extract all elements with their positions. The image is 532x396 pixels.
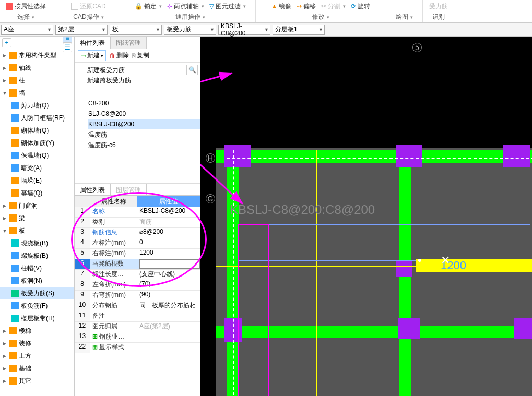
btn-offset[interactable]: ⇢偏移 [297,2,316,11]
prop-row[interactable]: 1名称KBSLJ-C8@200 [75,207,200,218]
folder-icon [9,365,17,372]
tree-axis[interactable]: ▸轴线 [0,62,74,74]
drawing-canvas[interactable]: 5 H G KBSLJ-C8@200:C8@200 1200 ✕ • [200,37,532,396]
search-icon[interactable]: 🔍 [186,65,198,75]
prop-row[interactable]: 8左弯折(mm)(70) [75,280,200,291]
list-item[interactable]: SLJ-C8@200 [88,109,200,119]
prop-row[interactable]: 2类别面筋 [75,218,200,228]
tree-curtain[interactable]: 幕墙(Q) [0,187,74,199]
slab-icon [11,239,19,247]
tree-slab[interactable]: ▾板 [0,224,74,237]
btn-mirror[interactable]: ▲镜像 [271,2,292,11]
tree-column[interactable]: ▸柱 [0,74,74,87]
prop-row[interactable]: 10分布钢筋同一板厚的分布筋相 [75,301,200,311]
offset-icon: ⇢ [297,3,302,10]
prop-edit-input[interactable] [139,259,200,269]
group-modify[interactable]: 修改 [312,11,329,22]
btn-lock[interactable]: 🔒锁定 [135,2,162,11]
prop-row[interactable]: 7标注长度…(支座中心线) [75,270,200,280]
col-prop-value: 属性值 [137,196,200,207]
tree-other[interactable]: ▸其它 [0,375,74,387]
group-general[interactable]: 通用操作 [175,11,205,22]
slab-icon [11,315,19,322]
wall-icon [11,189,19,197]
combo-building[interactable]: A座▼ [1,25,53,35]
list-item[interactable]: 温度筋 [88,129,200,140]
prop-row[interactable]: 9右弯折(mm)(90) [75,291,200,301]
combo-layer[interactable]: 分层板1▼ [273,25,325,35]
tree-hidden-beam[interactable]: 暗梁(A) [0,162,74,174]
tree-slabhole[interactable]: 板洞(N) [0,274,74,287]
btn-restore-cad[interactable]: 还原CAD [71,2,105,11]
combo-category[interactable]: 板▼ [110,25,162,35]
filter-icon: ▽ [209,3,214,10]
tree-decor[interactable]: ▸装修 [0,337,74,350]
prop-row[interactable]: 12图元归属A座(第2层) [75,322,200,332]
tab-layers[interactable]: 图层管理 [111,184,147,195]
tree-earth[interactable]: ▸土方 [0,350,74,362]
group-draw[interactable]: 绘图 [396,11,413,22]
btn-copy[interactable]: ⎘复制 [132,51,149,60]
tree-masonry[interactable]: 砌体墙(Q) [0,124,74,137]
lock-icon: 🔒 [135,3,143,10]
prop-row[interactable]: 11备注 [75,311,200,322]
tree-wall[interactable]: ▾墙 [0,87,74,99]
menu-new-slab-rebar[interactable]: 新建板受力筋 [87,65,131,75]
wall-icon [11,152,19,159]
axis-label-H: H [206,153,215,163]
tab-components[interactable]: 构件列表 [75,37,111,49]
tree-add-icon[interactable]: + [2,38,11,47]
axis-label-5: 5 [412,43,422,52]
tree-masonry-rebar[interactable]: 砌体加筋(Y) [0,137,74,149]
btn-split[interactable]: ✂分割 [321,2,346,11]
list-item[interactable]: C8-200 [88,98,200,109]
folder-icon [9,202,17,209]
list-item[interactable]: 温度筋-c6 [88,140,200,150]
menu-new-span-rebar[interactable]: 新建跨板受力筋 [87,75,131,86]
slab-icon [11,265,19,272]
group-select[interactable]: 选择 [17,11,34,22]
btn-rotate[interactable]: ⟳旋转 [351,2,370,11]
slab-icon [11,252,19,259]
list-item[interactable]: KBSLJ-C8@200 [88,119,200,129]
tab-properties[interactable]: 属性列表 [75,184,111,195]
tree-spiral[interactable]: 螺旋板(B) [0,249,74,262]
btn-new[interactable]: ▭新建▾ [78,50,106,61]
btn-two-point-axis[interactable]: ⊹两点辅轴 [167,2,204,11]
btn-filter[interactable]: ▽图元过滤 [209,2,246,11]
tree-floor-band[interactable]: 楼层板带(H) [0,312,74,325]
tree-view1-icon[interactable]: ≡ [63,37,72,43]
btn-delete[interactable]: 🗑删除 [109,51,129,60]
tree-castslab[interactable]: 现浇板(B) [0,237,74,249]
tree-beam[interactable]: ▸梁 [0,212,74,224]
tree-wall-duo[interactable]: 墙垛(E) [0,174,74,187]
tree-cap[interactable]: 柱帽(V) [0,262,74,274]
tree-found[interactable]: ▸基础 [0,362,74,375]
prop-row[interactable]: 5右标注(mm)1200 [75,249,200,259]
combo-member[interactable]: KBSLJ-C8@200▼ [218,25,270,35]
tree-view2-icon[interactable]: ☰ [63,43,72,52]
combo-type[interactable]: 板受力筋▼ [164,25,216,35]
prop-row[interactable]: 6马凳筋根数 [75,259,200,270]
wall-icon [11,127,19,134]
prop-row[interactable]: 3钢筋信息⌀8@200 [75,228,200,238]
tree-shearwall[interactable]: 剪力墙(Q) [0,99,74,112]
tree-stair[interactable]: ▸楼梯 [0,325,74,337]
tab-drawings[interactable]: 图纸管理 [111,37,147,49]
prop-row[interactable]: 22⊞ 显示样式 [75,343,200,353]
folder-icon [9,64,17,71]
tree-opening[interactable]: ▸门窗洞 [0,199,74,212]
axis-label-G: G [206,194,215,203]
btn-select-by-attr[interactable]: 按属性选择 [6,2,46,11]
btn-reinforce[interactable]: 受力筋 [429,2,448,11]
tree-rfwall[interactable]: 人防门框墙(RF) [0,112,74,124]
group-cad[interactable]: CAD操作 [73,11,103,22]
combo-floor[interactable]: 第2层▼ [55,25,108,35]
prop-row[interactable]: 13⊞ 钢筋业… [75,332,200,343]
tree-slab-rebar[interactable]: 板受力筋(S) [0,287,74,299]
svg-line-1 [200,73,232,110]
prop-row[interactable]: 4左标注(mm)0 [75,238,200,249]
tree-slab-neg[interactable]: 板负筋(F) [0,299,74,312]
slab-icon [11,302,19,309]
tree-insulation[interactable]: 保温墙(Q) [0,149,74,162]
